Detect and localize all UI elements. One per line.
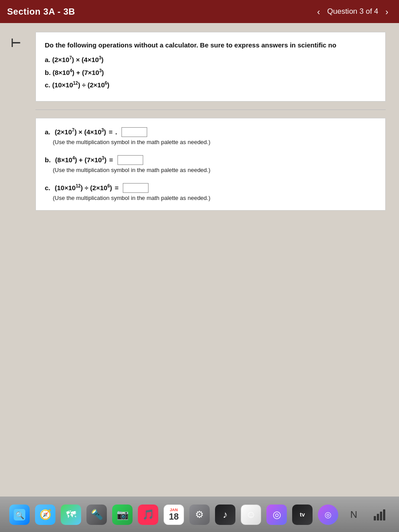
finder2-icon: ☺ [241,505,261,525]
dock: 🔍 🧭 🗺 🔦 📷 🎵 JAN 18 ⚙ [0,497,399,532]
calendar-icon: JAN 18 [164,505,184,525]
dock-safari[interactable]: 🧭 [34,503,57,526]
safari-icon: 🧭 [35,505,55,525]
question-counter: Question 3 of 4 [327,7,378,16]
answer-label-b: b. [45,156,51,164]
svg-rect-4 [380,512,382,520]
nav-forward-arrow[interactable]: › [382,5,392,19]
answer-hint-c: (Use the multiplication symbol in the ma… [53,195,376,201]
signal-icon: N [344,505,364,525]
answer-row-c: c. (10×1012) ÷ (2×106) = [45,183,376,193]
dock-siri2[interactable]: ◎ [317,503,340,526]
nav-back-arrow[interactable]: ‹ [313,5,324,19]
dock-facetime[interactable]: 📷 [111,503,134,526]
svg-rect-2 [374,516,376,520]
dock-siri[interactable]: ◎ [265,503,288,526]
dock-calendar[interactable]: JAN 18 [162,503,185,526]
equals-sign-c: = [115,184,119,192]
prompt-instruction: Do the following operations without a ca… [45,40,376,50]
equals-sign-a: = [109,128,113,136]
answer-input-field-a[interactable] [123,128,145,137]
dock-signal[interactable]: N [342,503,365,526]
maps-icon: 🗺 [61,505,81,525]
facetime-icon: 📷 [112,505,133,525]
answer-label-a: a. [45,128,51,136]
question-nav: ‹ Question 3 of 4 › [313,5,392,19]
problem-c: c. (10×1012) ÷ (2×106) [45,80,376,90]
answer-expr-b: (8×104) + (7×103) [55,156,106,164]
answer-section-b: b. (8×104) + (7×103) = (Use the multipli… [45,155,376,173]
problem-list: a. (2×107) × (4×103) b. (8×104) + (7×103… [45,55,376,90]
answer-input-field-b[interactable] [119,156,141,164]
siri-icon: ◎ [266,505,287,525]
answer-section-a: a. (2×107) × (4×103) = . (Use the multip… [45,127,376,145]
dock-finder2[interactable]: ☺ [239,503,262,526]
section-title: Section 3A - 3B [7,7,75,17]
dock-maps[interactable]: 🗺 [59,503,82,526]
header-bar: Section 3A - 3B ‹ Question 3 of 4 › [0,0,399,23]
answer-row-a: a. (2×107) × (4×103) = . [45,127,376,137]
problem-b: b. (8×104) + (7×103) [45,68,376,78]
siri2-icon: ◎ [318,505,338,525]
answer-section-c: c. (10×1012) ÷ (2×106) = (Use the multip… [45,183,376,201]
answer-input-a[interactable] [121,127,147,137]
dock-itunes[interactable]: 🎵 [137,503,160,526]
divider [35,110,386,110]
finder-icon: 🔍 [9,505,30,525]
answer-input-field-c[interactable] [125,184,147,192]
answer-input-c[interactable] [123,183,149,193]
answer-expr-c: (10×1012) ÷ (2×106) [55,184,112,192]
svg-rect-5 [383,509,385,520]
equals-sign-b: = [109,156,113,164]
svg-rect-3 [377,514,379,520]
main-content: ⊢ Do the following operations without a … [0,23,399,497]
dock-music[interactable]: ♪ [214,503,237,526]
music-icon: ♪ [215,505,235,525]
tv-icon: tv [292,505,313,525]
answer-hint-a: (Use the multiplication symbol in the ma… [53,139,376,145]
answer-input-b[interactable] [117,155,143,165]
settings-icon: ⚙ [189,505,210,525]
spotlight-icon: 🔦 [86,505,107,525]
dock-tv[interactable]: tv [291,503,314,526]
answer-expr-a: (2×107) × (4×103) [55,128,106,136]
prompt-box: Do the following operations without a ca… [35,32,386,102]
bars-icon [369,505,390,525]
back-to-start-button[interactable]: ⊢ [11,36,21,50]
dot-prefix-a: . [115,128,117,136]
dock-settings[interactable]: ⚙ [188,503,211,526]
dock-bars[interactable] [368,503,391,526]
dock-spotlight[interactable]: 🔦 [85,503,108,526]
svg-text:🔍: 🔍 [16,511,24,520]
answer-area: a. (2×107) × (4×103) = . (Use the multip… [35,118,386,211]
dock-finder[interactable]: 🔍 [8,503,31,526]
answer-row-b: b. (8×104) + (7×103) = [45,155,376,165]
answer-label-c: c. [45,184,51,192]
problem-a: a. (2×107) × (4×103) [45,55,376,65]
itunes-icon: 🎵 [138,505,158,525]
left-sidebar: ⊢ [0,23,31,497]
answer-hint-b: (Use the multiplication symbol in the ma… [53,167,376,173]
content-panel: Do the following operations without a ca… [31,23,399,497]
